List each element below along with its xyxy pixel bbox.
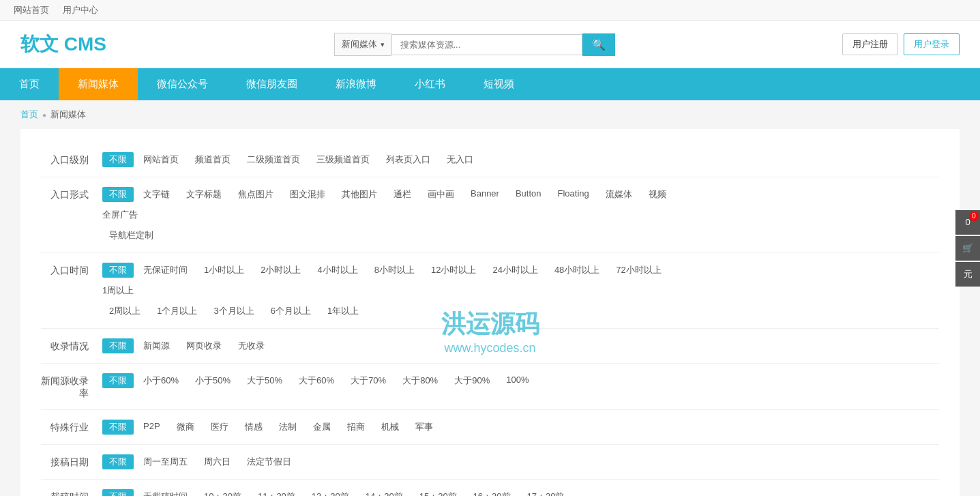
- filter-tag-2w[interactable]: 2周以上: [102, 304, 147, 319]
- filter-tag-12h[interactable]: 12小时以上: [424, 263, 483, 278]
- filter-tag-image-text[interactable]: 图文混排: [283, 187, 332, 202]
- top-link-user-center[interactable]: 用户中心: [63, 4, 98, 16]
- filter-tag-no-deadline[interactable]: 无截稿时间: [136, 489, 194, 496]
- filter-tag-unlimited-rate[interactable]: 不限: [102, 373, 134, 388]
- nav-item-short-video[interactable]: 短视频: [464, 68, 533, 100]
- sidebar-icon-notification[interactable]: 0 0: [955, 210, 980, 235]
- filter-tag-1030[interactable]: 10：30前: [197, 489, 248, 496]
- filter-tag-6m[interactable]: 6个月以上: [264, 304, 318, 319]
- filter-tag-other-image[interactable]: 其他图片: [335, 187, 384, 202]
- filter-tag-investment[interactable]: 招商: [340, 420, 372, 435]
- nav-item-wechat-moments[interactable]: 微信朋友圈: [227, 68, 316, 100]
- filter-tag-second-channel[interactable]: 二级频道首页: [240, 152, 307, 167]
- search-button[interactable]: 🔍: [582, 33, 615, 56]
- filter-tag-third-channel[interactable]: 三级频道首页: [310, 152, 376, 167]
- filter-label-accept-date: 接稿日期: [41, 454, 102, 469]
- header-buttons: 用户注册 用户登录: [842, 33, 960, 55]
- filter-tag-streaming[interactable]: 流媒体: [599, 187, 639, 202]
- filter-tag-3m[interactable]: 3个月以上: [207, 304, 261, 319]
- filter-tag-legal[interactable]: 法制: [272, 420, 303, 435]
- sidebar-icon-cart[interactable]: 🛒: [955, 236, 980, 261]
- filter-tag-1730[interactable]: 17：30前: [520, 489, 571, 496]
- nav-item-xiaohongshu[interactable]: 小红书: [396, 68, 464, 100]
- filter-tag-unlimited-inclusion[interactable]: 不限: [102, 338, 134, 353]
- filter-tag-no-entry[interactable]: 无入口: [440, 152, 480, 167]
- breadcrumb-home[interactable]: 首页: [20, 108, 38, 121]
- filter-tag-1130[interactable]: 11：30前: [251, 489, 302, 496]
- filter-tag-machinery[interactable]: 机械: [374, 420, 406, 435]
- filter-tag-8h[interactable]: 8小时以上: [368, 263, 421, 278]
- search-category-dropdown[interactable]: 新闻媒体: [334, 33, 391, 56]
- filter-tag-1y[interactable]: 1年以上: [321, 304, 366, 319]
- filter-tag-4h[interactable]: 4小时以上: [310, 263, 364, 278]
- filter-tag-1630[interactable]: 16：30前: [466, 489, 518, 496]
- filter-options-entry-level: 不限 网站首页 频道首页 二级频道首页 三级频道首页 列表页入口 无入口: [102, 152, 939, 167]
- filter-tag-72h[interactable]: 72小时以上: [609, 263, 668, 278]
- filter-tag-gt80[interactable]: 大于80%: [396, 373, 445, 388]
- filter-tag-unlimited-0[interactable]: 不限: [102, 152, 134, 167]
- filter-tag-banner-strip[interactable]: 通栏: [387, 187, 418, 202]
- nav-item-wechat-official[interactable]: 微信公众号: [138, 68, 227, 100]
- filter-tag-24h[interactable]: 24小时以上: [486, 263, 544, 278]
- filter-tag-focus-image[interactable]: 焦点图片: [231, 187, 280, 202]
- filter-tag-no-guarantee[interactable]: 无保证时间: [136, 263, 194, 278]
- login-button[interactable]: 用户登录: [904, 33, 960, 55]
- filter-tag-1530[interactable]: 15：30前: [413, 489, 464, 496]
- filter-tag-picture-in-picture[interactable]: 画中画: [421, 187, 461, 202]
- filter-tag-nav-custom[interactable]: 导航栏定制: [102, 228, 160, 243]
- nav-item-news-media[interactable]: 新闻媒体: [59, 68, 138, 100]
- filter-tag-1w[interactable]: 1周以上: [102, 283, 939, 298]
- filter-tag-fullscreen[interactable]: 全屏广告: [102, 207, 939, 222]
- filter-tag-floating[interactable]: Floating: [551, 187, 596, 202]
- filter-tag-lt60[interactable]: 小于60%: [136, 373, 185, 388]
- filter-tag-gt50[interactable]: 大于50%: [240, 373, 289, 388]
- top-link-home[interactable]: 网站首页: [14, 4, 49, 16]
- filter-tag-no-inclusion[interactable]: 无收录: [231, 338, 271, 353]
- filter-tag-gt70[interactable]: 大于70%: [344, 373, 393, 388]
- filter-tag-video[interactable]: 视频: [642, 187, 673, 202]
- filter-tag-news-source[interactable]: 新闻源: [136, 338, 177, 353]
- filter-tag-100[interactable]: 100%: [499, 373, 535, 388]
- nav-item-home[interactable]: 首页: [0, 68, 59, 100]
- filter-tag-gt90[interactable]: 大于90%: [447, 373, 496, 388]
- filter-tag-military[interactable]: 军事: [409, 420, 440, 435]
- filter-tag-weekend[interactable]: 周六日: [197, 454, 237, 469]
- filter-tag-holidays[interactable]: 法定节假日: [240, 454, 298, 469]
- filter-tag-1430[interactable]: 14：30前: [359, 489, 410, 496]
- filter-label-inclusion: 收录情况: [41, 338, 102, 353]
- filter-tag-gt60[interactable]: 大于60%: [292, 373, 341, 388]
- filter-tag-text-link[interactable]: 文字链: [136, 187, 177, 202]
- filter-options-special-industry: 不限 P2P 微商 医疗 情感 法制 金属 招商 机械 军事: [102, 420, 939, 435]
- filter-tag-web-inclusion[interactable]: 网页收录: [179, 338, 228, 353]
- filter-tag-unlimited-time[interactable]: 不限: [102, 263, 134, 278]
- filter-tag-channel-home[interactable]: 频道首页: [188, 152, 237, 167]
- register-button[interactable]: 用户注册: [842, 33, 898, 55]
- filter-tag-p2p[interactable]: P2P: [136, 420, 167, 435]
- filter-tag-list-entry[interactable]: 列表页入口: [379, 152, 437, 167]
- filter-tag-unlimited-form[interactable]: 不限: [102, 187, 134, 202]
- filter-tag-lt50[interactable]: 小于50%: [188, 373, 237, 388]
- filter-tag-medical[interactable]: 医疗: [204, 420, 235, 435]
- filter-tag-unlimited-industry[interactable]: 不限: [102, 420, 134, 435]
- filter-tag-button[interactable]: Button: [509, 187, 548, 202]
- filter-tag-unlimited-deadline[interactable]: 不限: [102, 489, 134, 496]
- search-input[interactable]: [391, 34, 582, 55]
- nav-item-sina-weibo[interactable]: 新浪微博: [316, 68, 396, 100]
- filter-tag-weekdays[interactable]: 周一至周五: [136, 454, 194, 469]
- filter-tag-text-title[interactable]: 文字标题: [179, 187, 228, 202]
- main-content: 洪运源码 www.hycodes.cn 入口级别 不限 网站首页 频道首页 二级…: [20, 129, 960, 496]
- filter-tag-48h[interactable]: 48小时以上: [548, 263, 606, 278]
- filter-tag-1m[interactable]: 1个月以上: [150, 304, 204, 319]
- filter-tag-unlimited-date[interactable]: 不限: [102, 454, 134, 469]
- filter-tag-emotion[interactable]: 情感: [238, 420, 269, 435]
- filter-tag-website-home[interactable]: 网站首页: [136, 152, 185, 167]
- filter-tag-1330[interactable]: 13：30前: [305, 489, 356, 496]
- sidebar-icon-currency[interactable]: 元: [955, 262, 980, 287]
- sidebar-right: 0 0 🛒 元: [955, 210, 980, 287]
- filter-tag-2h[interactable]: 2小时以上: [254, 263, 308, 278]
- filter-tag-banner[interactable]: Banner: [464, 187, 506, 202]
- filter-tag-1h[interactable]: 1小时以上: [197, 263, 251, 278]
- filter-tag-micro-commerce[interactable]: 微商: [170, 420, 201, 435]
- filter-options-inclusion: 不限 新闻源 网页收录 无收录: [102, 338, 939, 353]
- filter-tag-metal[interactable]: 金属: [306, 420, 338, 435]
